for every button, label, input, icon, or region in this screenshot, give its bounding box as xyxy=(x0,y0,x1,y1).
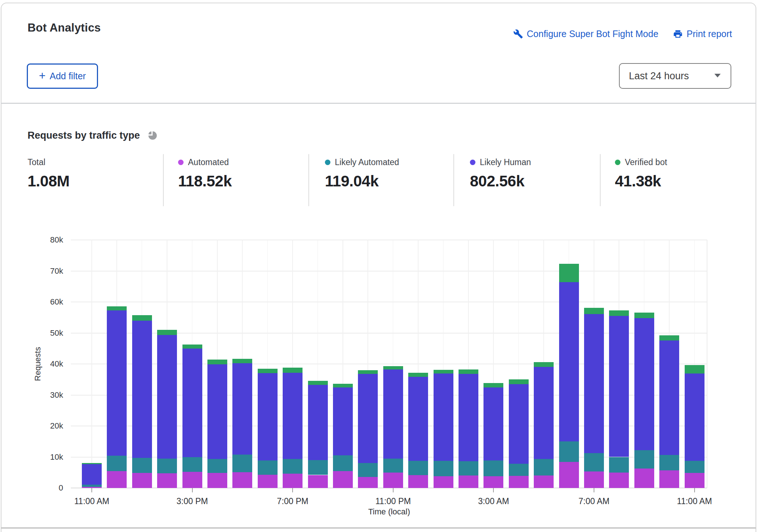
stat-divider xyxy=(163,154,164,206)
stat-value: 119.04k xyxy=(325,172,399,190)
stat-value: 41.38k xyxy=(615,172,667,190)
stat-divider xyxy=(453,154,454,206)
add-filter-button[interactable]: + Add filter xyxy=(27,63,98,89)
page-title: Bot Analytics xyxy=(28,21,101,34)
stat-value: 118.52k xyxy=(178,172,232,190)
stat-divider xyxy=(600,154,601,206)
legend-dot-automated xyxy=(178,160,184,165)
wrench-icon xyxy=(513,29,523,39)
print-report-link[interactable]: Print report xyxy=(673,29,732,39)
stat-label: Verified bot xyxy=(625,157,667,167)
stat-label: Likely Automated xyxy=(335,157,399,167)
chevron-down-icon xyxy=(714,73,721,79)
stat-divider xyxy=(308,154,309,206)
print-link-label: Print report xyxy=(687,29,732,39)
header-links: Configure Super Bot Fight Mode Print rep… xyxy=(513,29,732,39)
legend-dot-likely-automated xyxy=(325,160,330,165)
stat-verified-bot: Verified bot41.38k xyxy=(615,157,667,190)
plus-icon: + xyxy=(39,70,46,81)
stat-value: 802.56k xyxy=(470,172,531,190)
next-card-divider xyxy=(1,527,756,529)
configure-link-label: Configure Super Bot Fight Mode xyxy=(527,29,659,39)
stat-automated: Automated118.52k xyxy=(178,157,232,190)
legend-dot-verified-bot xyxy=(615,160,620,165)
configure-super-bot-fight-mode-link[interactable]: Configure Super Bot Fight Mode xyxy=(513,29,659,39)
header-divider xyxy=(1,103,756,104)
printer-icon xyxy=(673,29,683,39)
stat-label: Total xyxy=(28,157,46,167)
add-filter-label: Add filter xyxy=(50,71,86,81)
stat-likely-automated: Likely Automated119.04k xyxy=(325,157,399,190)
section-title-row: Requests by traffic type xyxy=(28,129,157,142)
stat-likely-human: Likely Human802.56k xyxy=(470,157,531,190)
stat-value: 1.08M xyxy=(28,172,69,190)
stat-total: Total1.08M xyxy=(28,157,69,190)
stat-label: Automated xyxy=(188,157,229,167)
time-range-value: Last 24 hours xyxy=(629,70,714,82)
time-range-dropdown[interactable]: Last 24 hours xyxy=(619,63,731,89)
pie-chart-icon xyxy=(146,129,157,142)
legend-dot-likely-human xyxy=(470,160,475,165)
stat-label: Likely Human xyxy=(480,157,531,167)
section-title: Requests by traffic type xyxy=(28,130,140,141)
